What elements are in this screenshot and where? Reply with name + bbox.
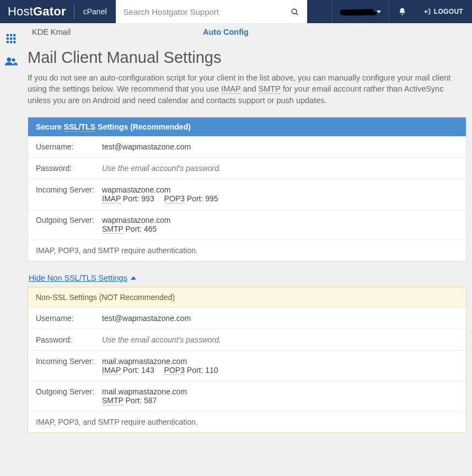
apps-grid-icon[interactable] [6,33,17,44]
app-row: KDE Kmail Auto Config [28,23,466,42]
row-value: Use the email account's password. [102,164,458,173]
intro-text: If you do not see an auto-configuration … [28,72,466,106]
mail-client-name: KDE Kmail [32,28,203,36]
svg-point-12 [7,57,12,62]
chevron-down-icon [377,10,381,13]
row-value: test@wapmastazone.com [102,142,458,151]
svg-rect-3 [7,34,9,36]
ssl-panel: Secure SSL/TLS Settings (Recommended) Us… [28,117,466,261]
brand-logo[interactable]: HostGator [0,4,74,19]
ssl-incoming-row: Incoming Server: wapmastazone.com IMAP P… [28,179,466,209]
svg-rect-7 [10,38,12,40]
row-label: Incoming Server: [36,185,102,203]
nonssl-panel: Non-SSL Settings (NOT Recommended) Usern… [28,287,466,433]
search-container [116,0,307,23]
svg-rect-11 [13,41,15,43]
chevron-up-icon [131,276,136,280]
users-icon[interactable] [4,56,18,66]
row-value: mail.wapmastazone.com SMTP Port: 587 [102,387,458,405]
nonssl-password-row: Password: Use the email account's passwo… [28,329,466,350]
svg-line-1 [296,13,298,15]
left-rail [0,23,22,66]
nonssl-auth-note: IMAP, POP3, and SMTP require authenticat… [28,411,466,432]
row-value: wapmastazone.com SMTP Port: 465 [102,216,458,233]
ssl-username-row: Username: test@wapmastazone.com [28,136,466,157]
imap-abbr: IMAP [221,84,240,94]
row-label: Password: [36,335,102,344]
row-value: Use the email account's password. [102,335,458,344]
row-value: mail.wapmastazone.com IMAP Port: 143 POP… [102,357,458,375]
ssl-outgoing-row: Outgoing Server: wapmastazone.com SMTP P… [28,209,466,239]
row-label: Incoming Server: [36,357,102,375]
row-label: Username: [36,314,102,323]
ssl-auth-note: IMAP, POP3, and SMTP require authenticat… [28,239,466,261]
brand-suffix: Gator [33,4,66,18]
svg-rect-6 [7,38,9,40]
svg-rect-5 [13,34,15,36]
nonssl-panel-header: Non-SSL Settings (NOT Recommended) [28,287,466,308]
logout-icon [424,8,431,15]
ssl-panel-header: Secure SSL/TLS Settings (Recommended) [28,117,466,136]
logout-button[interactable]: LOGOUT [415,0,472,23]
row-value: wapmastazone.com IMAP Port: 993 POP3 Por… [102,185,458,203]
nonssl-username-row: Username: test@wapmastazone.com [28,308,466,329]
svg-point-0 [292,9,297,14]
logout-label: LOGOUT [434,8,463,15]
svg-rect-9 [7,41,9,43]
nonssl-incoming-row: Incoming Server: mail.wapmastazone.com I… [28,350,466,381]
search-icon[interactable] [283,8,307,16]
cpanel-link[interactable]: cPanel [74,7,116,16]
brand-prefix: Host [8,4,33,18]
ssl-password-row: Password: Use the email account's passwo… [28,157,466,179]
app-header: HostGator cPanel LOGOUT [0,0,472,23]
row-label: Outgoing Server: [36,216,102,233]
search-input[interactable] [116,0,283,23]
svg-point-13 [12,58,15,62]
main-content: KDE Kmail Auto Config Mail Client Manual… [23,23,472,454]
row-label: Username: [36,142,102,151]
svg-rect-8 [13,38,15,40]
row-label: Outgoing Server: [36,387,102,405]
svg-rect-4 [10,34,12,36]
header-right: LOGOUT [307,0,472,23]
row-label: Password: [36,164,102,173]
notifications-icon[interactable] [389,0,415,23]
row-value: test@wapmastazone.com [102,314,458,323]
smtp-abbr: SMTP [259,84,281,94]
auto-config-link[interactable]: Auto Config [203,28,249,36]
user-menu[interactable] [332,0,389,23]
svg-rect-10 [10,41,12,43]
username-redacted [340,8,373,15]
nonssl-outgoing-row: Outgoing Server: mail.wapmastazone.com S… [28,381,466,411]
page-title: Mail Client Manual Settings [28,49,466,67]
toggle-nonssl-link[interactable]: Hide Non SSL/TLS Settings [29,274,136,282]
